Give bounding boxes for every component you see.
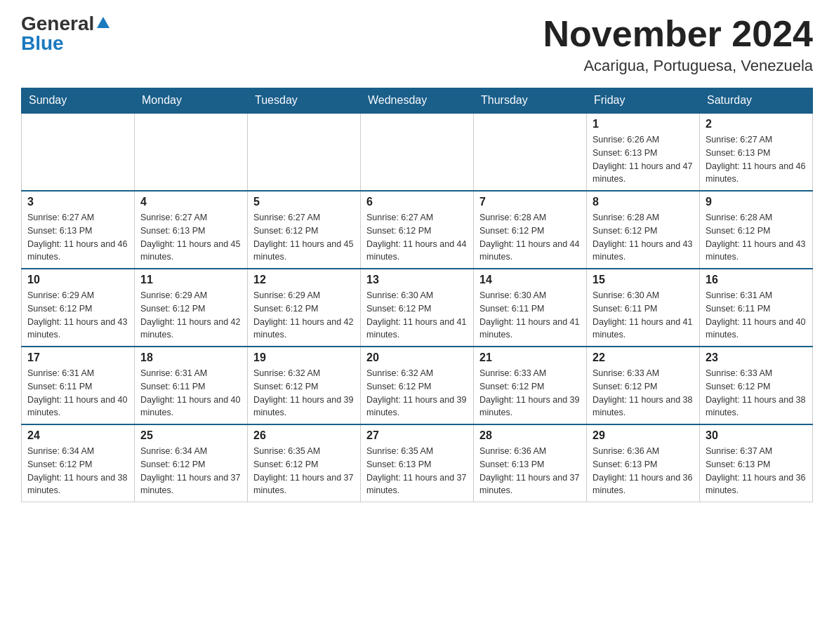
column-header-wednesday: Wednesday	[361, 88, 474, 114]
day-number: 26	[253, 429, 355, 442]
day-number: 27	[366, 429, 468, 442]
calendar-cell: 14Sunrise: 6:30 AMSunset: 6:11 PMDayligh…	[474, 269, 587, 347]
day-info: Sunrise: 6:29 AMSunset: 6:12 PMDaylight:…	[140, 289, 241, 342]
location-title: Acarigua, Portuguesa, Venezuela	[543, 57, 813, 75]
day-number: 19	[253, 351, 355, 364]
logo-blue: Blue	[21, 34, 64, 53]
day-info: Sunrise: 6:26 AMSunset: 6:13 PMDaylight:…	[593, 133, 694, 186]
day-number: 17	[27, 351, 128, 364]
day-number: 11	[140, 274, 241, 286]
title-block: November 2024 Acarigua, Portuguesa, Vene…	[543, 14, 813, 75]
logo: General Blue	[21, 14, 111, 53]
calendar-cell: 3Sunrise: 6:27 AMSunset: 6:13 PMDaylight…	[22, 191, 135, 269]
logo-general: General	[21, 14, 94, 34]
day-info: Sunrise: 6:33 AMSunset: 6:12 PMDaylight:…	[706, 367, 807, 420]
day-info: Sunrise: 6:30 AMSunset: 6:11 PMDaylight:…	[479, 289, 581, 342]
day-info: Sunrise: 6:27 AMSunset: 6:12 PMDaylight:…	[366, 211, 468, 264]
day-info: Sunrise: 6:32 AMSunset: 6:12 PMDaylight:…	[366, 367, 468, 420]
calendar-cell: 23Sunrise: 6:33 AMSunset: 6:12 PMDayligh…	[700, 347, 813, 424]
day-info: Sunrise: 6:37 AMSunset: 6:13 PMDaylight:…	[706, 445, 807, 497]
calendar-cell: 27Sunrise: 6:35 AMSunset: 6:13 PMDayligh…	[361, 424, 474, 502]
logo-triangle-icon	[95, 15, 111, 31]
day-info: Sunrise: 6:28 AMSunset: 6:12 PMDaylight:…	[706, 211, 807, 264]
week-row-3: 10Sunrise: 6:29 AMSunset: 6:12 PMDayligh…	[22, 269, 813, 347]
day-info: Sunrise: 6:27 AMSunset: 6:13 PMDaylight:…	[27, 211, 128, 264]
calendar-cell: 5Sunrise: 6:27 AMSunset: 6:12 PMDaylight…	[248, 191, 361, 269]
day-info: Sunrise: 6:34 AMSunset: 6:12 PMDaylight:…	[27, 445, 128, 497]
day-number: 18	[140, 351, 241, 364]
calendar-cell: 29Sunrise: 6:36 AMSunset: 6:13 PMDayligh…	[587, 424, 700, 502]
calendar-cell: 24Sunrise: 6:34 AMSunset: 6:12 PMDayligh…	[22, 424, 135, 502]
calendar-cell: 17Sunrise: 6:31 AMSunset: 6:11 PMDayligh…	[22, 347, 135, 424]
day-info: Sunrise: 6:33 AMSunset: 6:12 PMDaylight:…	[479, 367, 581, 420]
calendar-cell: 11Sunrise: 6:29 AMSunset: 6:12 PMDayligh…	[135, 269, 248, 347]
page-header: General Blue November 2024 Acarigua, Por…	[21, 14, 813, 75]
day-number: 20	[366, 351, 468, 364]
day-number: 28	[479, 429, 581, 442]
day-info: Sunrise: 6:32 AMSunset: 6:12 PMDaylight:…	[253, 367, 355, 420]
week-row-4: 17Sunrise: 6:31 AMSunset: 6:11 PMDayligh…	[22, 347, 813, 424]
day-number: 1	[593, 118, 694, 130]
calendar-cell: 30Sunrise: 6:37 AMSunset: 6:13 PMDayligh…	[700, 424, 813, 502]
day-info: Sunrise: 6:30 AMSunset: 6:12 PMDaylight:…	[366, 289, 468, 342]
month-title: November 2024	[543, 14, 813, 54]
calendar-cell: 9Sunrise: 6:28 AMSunset: 6:12 PMDaylight…	[700, 191, 813, 269]
calendar-cell: 10Sunrise: 6:29 AMSunset: 6:12 PMDayligh…	[22, 269, 135, 347]
column-header-sunday: Sunday	[22, 88, 135, 114]
day-number: 5	[253, 196, 355, 208]
day-info: Sunrise: 6:29 AMSunset: 6:12 PMDaylight:…	[27, 289, 128, 342]
day-info: Sunrise: 6:33 AMSunset: 6:12 PMDaylight:…	[593, 367, 694, 420]
day-info: Sunrise: 6:31 AMSunset: 6:11 PMDaylight:…	[140, 367, 241, 420]
week-row-2: 3Sunrise: 6:27 AMSunset: 6:13 PMDaylight…	[22, 191, 813, 269]
svg-marker-0	[97, 17, 110, 28]
calendar-cell	[22, 113, 135, 191]
calendar-cell	[361, 113, 474, 191]
week-row-1: 1Sunrise: 6:26 AMSunset: 6:13 PMDaylight…	[22, 113, 813, 191]
day-number: 7	[479, 196, 581, 208]
calendar-cell: 25Sunrise: 6:34 AMSunset: 6:12 PMDayligh…	[135, 424, 248, 502]
column-header-saturday: Saturday	[700, 88, 813, 114]
day-info: Sunrise: 6:35 AMSunset: 6:13 PMDaylight:…	[366, 445, 468, 497]
calendar-cell: 21Sunrise: 6:33 AMSunset: 6:12 PMDayligh…	[474, 347, 587, 424]
day-number: 23	[706, 351, 807, 364]
day-number: 25	[140, 429, 241, 442]
day-number: 2	[706, 118, 807, 130]
calendar-cell: 2Sunrise: 6:27 AMSunset: 6:13 PMDaylight…	[700, 113, 813, 191]
calendar-cell	[135, 113, 248, 191]
day-number: 6	[366, 196, 468, 208]
calendar-cell: 20Sunrise: 6:32 AMSunset: 6:12 PMDayligh…	[361, 347, 474, 424]
day-info: Sunrise: 6:28 AMSunset: 6:12 PMDaylight:…	[479, 211, 581, 264]
day-number: 10	[27, 274, 128, 286]
column-header-friday: Friday	[587, 88, 700, 114]
day-number: 21	[479, 351, 581, 364]
day-number: 16	[706, 274, 807, 286]
day-number: 14	[479, 274, 581, 286]
day-info: Sunrise: 6:36 AMSunset: 6:13 PMDaylight:…	[479, 445, 581, 497]
calendar-cell: 19Sunrise: 6:32 AMSunset: 6:12 PMDayligh…	[248, 347, 361, 424]
day-info: Sunrise: 6:34 AMSunset: 6:12 PMDaylight:…	[140, 445, 241, 497]
day-info: Sunrise: 6:31 AMSunset: 6:11 PMDaylight:…	[27, 367, 128, 420]
column-header-thursday: Thursday	[474, 88, 587, 114]
calendar-cell: 4Sunrise: 6:27 AMSunset: 6:13 PMDaylight…	[135, 191, 248, 269]
calendar-cell: 22Sunrise: 6:33 AMSunset: 6:12 PMDayligh…	[587, 347, 700, 424]
day-number: 29	[593, 429, 694, 442]
week-row-5: 24Sunrise: 6:34 AMSunset: 6:12 PMDayligh…	[22, 424, 813, 502]
calendar-cell: 12Sunrise: 6:29 AMSunset: 6:12 PMDayligh…	[248, 269, 361, 347]
column-header-monday: Monday	[135, 88, 248, 114]
calendar-cell: 1Sunrise: 6:26 AMSunset: 6:13 PMDaylight…	[587, 113, 700, 191]
day-info: Sunrise: 6:27 AMSunset: 6:12 PMDaylight:…	[253, 211, 355, 264]
day-info: Sunrise: 6:30 AMSunset: 6:11 PMDaylight:…	[593, 289, 694, 342]
day-info: Sunrise: 6:27 AMSunset: 6:13 PMDaylight:…	[706, 133, 807, 186]
day-number: 12	[253, 274, 355, 286]
day-number: 4	[140, 196, 241, 208]
day-number: 9	[706, 196, 807, 208]
column-header-tuesday: Tuesday	[248, 88, 361, 114]
calendar-cell: 7Sunrise: 6:28 AMSunset: 6:12 PMDaylight…	[474, 191, 587, 269]
day-number: 8	[593, 196, 694, 208]
calendar-header-row: SundayMondayTuesdayWednesdayThursdayFrid…	[22, 88, 813, 114]
day-number: 22	[593, 351, 694, 364]
day-info: Sunrise: 6:35 AMSunset: 6:12 PMDaylight:…	[253, 445, 355, 497]
calendar-cell	[248, 113, 361, 191]
calendar-cell: 15Sunrise: 6:30 AMSunset: 6:11 PMDayligh…	[587, 269, 700, 347]
calendar-cell: 18Sunrise: 6:31 AMSunset: 6:11 PMDayligh…	[135, 347, 248, 424]
